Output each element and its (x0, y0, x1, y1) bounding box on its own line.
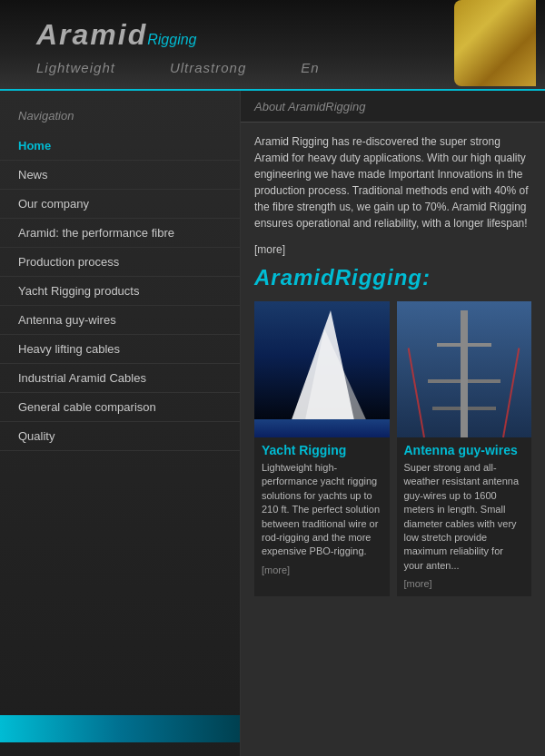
content-area: About AramidRigging Aramid Rigging has r… (241, 91, 545, 756)
logo-rigging: Rigging (147, 32, 196, 47)
cards-row: Yacht Rigging Lightweight high-performan… (254, 301, 531, 596)
yacht-sail-main (285, 310, 358, 437)
antenna-tower (461, 310, 468, 437)
sidebar-accent (0, 715, 240, 742)
header: AramidRigging Lightweight Ultrastrong En (0, 0, 545, 91)
antenna-cable-left (408, 348, 425, 437)
nav-link-aramid[interactable]: Aramid: the performance fibre (0, 219, 240, 247)
nav-item-industrial[interactable]: Industrial Aramid Cables (0, 364, 240, 393)
nav-item-production[interactable]: Production process (0, 248, 240, 277)
nav-link-antenna[interactable]: Antenna guy-wires (0, 306, 240, 334)
content-body: Aramid Rigging has re-discovered the sup… (241, 123, 545, 607)
sidebar-wrapper: Navigation Home News Our company Aramid:… (0, 104, 240, 742)
section-title: AramidRigging: (254, 265, 531, 290)
nav-link-industrial[interactable]: Industrial Aramid Cables (0, 364, 240, 392)
antenna-card-image (397, 301, 532, 437)
yacht-card-image (254, 301, 390, 437)
nav-items: Home News Our company Aramid: the perfor… (0, 132, 240, 451)
nav-link-quality[interactable]: Quality (0, 422, 240, 450)
antenna-cable-right (502, 348, 520, 437)
tagline-en: En (301, 60, 319, 75)
tagline-lightweight: Lightweight (36, 60, 115, 75)
antenna-card: Antenna guy-wires Super strong and all-w… (397, 301, 532, 596)
nav-item-company[interactable]: Our company (0, 190, 240, 219)
about-title: About AramidRigging (254, 100, 365, 113)
nav-item-quality[interactable]: Quality (0, 422, 240, 451)
nav-link-heavy[interactable]: Heavy lifting cables (0, 335, 240, 363)
yacht-card-more[interactable]: [more] (254, 563, 390, 583)
tagline-ultrastrong: Ultrastrong (170, 60, 246, 75)
about-text: Aramid Rigging has re-discovered the sup… (254, 133, 531, 231)
about-more-link[interactable]: [more] (254, 243, 285, 256)
antenna-card-more[interactable]: [more] (397, 576, 532, 596)
yacht-card-desc: Lightweight high-performance yacht riggi… (254, 461, 390, 563)
spool-image (454, 0, 545, 91)
yacht-water (254, 419, 390, 437)
nav-item-antenna[interactable]: Antenna guy-wires (0, 306, 240, 335)
nav-link-yacht[interactable]: Yacht Rigging products (0, 277, 240, 305)
nav-title: Navigation (0, 104, 240, 132)
yacht-card: Yacht Rigging Lightweight high-performan… (254, 301, 390, 596)
nav-link-news[interactable]: News (0, 161, 240, 189)
nav-link-company[interactable]: Our company (0, 190, 240, 218)
yacht-image (254, 301, 390, 437)
nav-item-news[interactable]: News (0, 161, 240, 190)
antenna-image (397, 301, 532, 437)
nav-link-home[interactable]: Home (0, 132, 240, 160)
antenna-card-title: Antenna guy-wires (397, 437, 532, 461)
nav-item-comparison[interactable]: General cable comparison (0, 393, 240, 422)
antenna-card-desc: Super strong and all-weather resistant a… (397, 461, 532, 576)
main-layout: Navigation Home News Our company Aramid:… (0, 91, 545, 756)
sidebar-nav-list-wrap: Navigation Home News Our company Aramid:… (0, 104, 240, 715)
nav-link-comparison[interactable]: General cable comparison (0, 393, 240, 421)
sidebar: Navigation Home News Our company Aramid:… (0, 91, 241, 756)
nav-link-production[interactable]: Production process (0, 248, 240, 276)
nav-item-home[interactable]: Home (0, 132, 240, 161)
header-tagline: Lightweight Ultrastrong En (36, 60, 320, 75)
logo: AramidRigging (36, 18, 197, 52)
nav-item-heavy[interactable]: Heavy lifting cables (0, 335, 240, 364)
nav-item-aramid[interactable]: Aramid: the performance fibre (0, 219, 240, 248)
logo-aramid: Aramid (36, 18, 147, 51)
content-header: About AramidRigging (241, 91, 545, 123)
yacht-card-title: Yacht Rigging (254, 437, 390, 461)
nav-item-yacht[interactable]: Yacht Rigging products (0, 277, 240, 306)
spool-shape (454, 0, 536, 86)
